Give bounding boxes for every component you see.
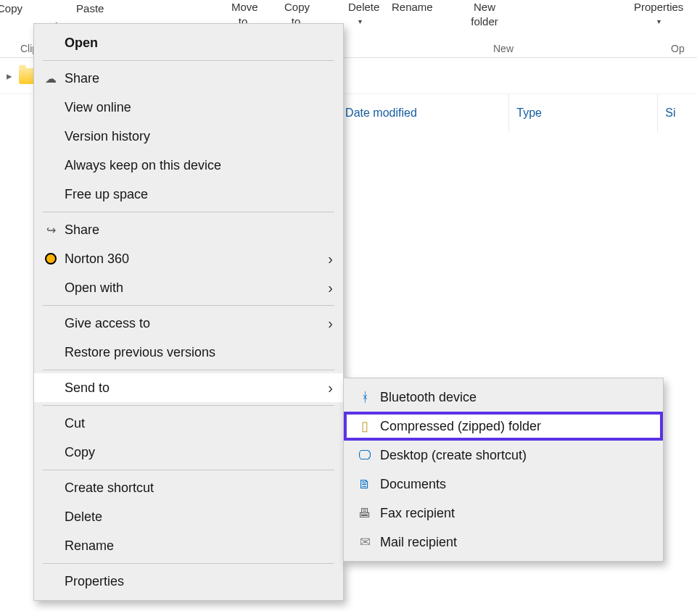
col-date-modified[interactable]: Date modified bbox=[338, 94, 509, 132]
label: Copy bbox=[60, 445, 333, 460]
label: Open with bbox=[60, 280, 328, 296]
separator bbox=[43, 60, 334, 61]
chevron-right-icon: › bbox=[328, 280, 333, 296]
ctx-create-shortcut[interactable]: Create shortcut bbox=[34, 473, 343, 502]
chevron-right-icon: › bbox=[328, 315, 333, 332]
path-back-icon[interactable]: ▸ bbox=[3, 70, 16, 83]
label: Create shortcut bbox=[60, 480, 333, 496]
fax-icon: 🖶 bbox=[354, 506, 376, 521]
ctx-version-history[interactable]: Version history bbox=[34, 122, 343, 151]
ctx-copy[interactable]: Copy bbox=[34, 438, 343, 467]
ctx-share-cloud[interactable]: ☁ Share bbox=[34, 64, 343, 93]
ctx-give-access[interactable]: Give access to › bbox=[34, 309, 343, 338]
label: Delete bbox=[348, 1, 379, 13]
ctx-cut[interactable]: Cut bbox=[34, 409, 343, 438]
group-open-partial: Op bbox=[671, 43, 685, 54]
norton-icon bbox=[41, 253, 60, 265]
separator bbox=[43, 212, 334, 212]
label: Delete bbox=[60, 509, 333, 525]
label: Si bbox=[665, 107, 675, 120]
label: Norton 360 bbox=[60, 251, 328, 267]
ctx-rename[interactable]: Rename bbox=[34, 531, 343, 560]
send-to-submenu: ᚼ Bluetooth device ▯ Compressed (zipped)… bbox=[343, 378, 664, 562]
label: Documents bbox=[376, 477, 653, 492]
group-new-label: New bbox=[493, 43, 514, 54]
label: New folder bbox=[471, 1, 498, 28]
label: Copy bbox=[0, 2, 22, 14]
col-size[interactable]: Si bbox=[658, 94, 697, 132]
ctx-free-space[interactable]: Free up space bbox=[34, 180, 343, 209]
ribbon-copy[interactable]: Copy bbox=[0, 1, 33, 16]
label: Rename bbox=[392, 1, 433, 13]
label: Cut bbox=[60, 416, 333, 431]
bluetooth-icon: ᚼ bbox=[354, 390, 376, 405]
ctx-open[interactable]: Open bbox=[34, 28, 343, 57]
label: Mail recipient bbox=[376, 535, 653, 550]
label: Paste bbox=[76, 2, 104, 14]
ribbon-properties[interactable]: Properties▾ bbox=[624, 0, 693, 29]
submenu-documents[interactable]: 🗎 Documents bbox=[344, 470, 663, 499]
ribbon-new-folder[interactable]: New folder bbox=[460, 0, 509, 29]
label: Version history bbox=[60, 129, 333, 144]
label: Free up space bbox=[60, 187, 333, 202]
ctx-share[interactable]: Share bbox=[34, 215, 343, 244]
separator bbox=[43, 305, 334, 306]
label: Fax recipient bbox=[376, 506, 653, 521]
label: Give access to bbox=[60, 316, 328, 331]
label: Open bbox=[60, 36, 333, 51]
label: Restore previous versions bbox=[60, 345, 333, 360]
chevron-right-icon: › bbox=[328, 251, 333, 267]
ctx-delete[interactable]: Delete bbox=[34, 502, 343, 531]
zip-icon: ▯ bbox=[354, 418, 376, 434]
separator bbox=[43, 563, 334, 564]
separator bbox=[43, 405, 334, 406]
label: Share bbox=[60, 222, 333, 238]
label: Date modified bbox=[345, 107, 417, 120]
label: Always keep on this device bbox=[60, 158, 333, 173]
label: Compressed (zipped) folder bbox=[376, 419, 653, 434]
ctx-norton[interactable]: Norton 360 › bbox=[34, 244, 343, 273]
ctx-send-to[interactable]: Send to › bbox=[34, 373, 343, 402]
mail-icon: ✉ bbox=[354, 534, 376, 550]
separator bbox=[43, 370, 334, 370]
share-icon bbox=[41, 223, 60, 237]
ctx-view-online[interactable]: View online bbox=[34, 93, 343, 122]
col-type[interactable]: Type bbox=[509, 94, 658, 132]
submenu-fax[interactable]: 🖶 Fax recipient bbox=[344, 499, 663, 528]
ribbon-paste[interactable]: Paste bbox=[40, 1, 140, 16]
label: Bluetooth device bbox=[376, 390, 653, 405]
chevron-right-icon: › bbox=[328, 380, 333, 396]
document-icon: 🗎 bbox=[354, 477, 376, 492]
ctx-properties[interactable]: Properties bbox=[34, 567, 343, 596]
label: Desktop (create shortcut) bbox=[376, 448, 653, 463]
ribbon-rename[interactable]: Rename bbox=[382, 0, 443, 14]
label: Type bbox=[516, 107, 542, 120]
context-menu: Open ☁ Share View online Version history… bbox=[33, 23, 344, 601]
label: View online bbox=[60, 100, 333, 115]
submenu-bluetooth[interactable]: ᚼ Bluetooth device bbox=[344, 383, 663, 412]
ribbon-delete[interactable]: Delete▾ bbox=[338, 0, 382, 29]
ctx-open-with[interactable]: Open with › bbox=[34, 273, 343, 302]
ctx-always-keep[interactable]: Always keep on this device bbox=[34, 151, 343, 180]
label: Send to bbox=[60, 380, 328, 396]
label: Properties bbox=[634, 1, 683, 13]
submenu-compressed-zip[interactable]: ▯ Compressed (zipped) folder bbox=[344, 412, 663, 441]
separator bbox=[43, 470, 334, 470]
desktop-icon: 🖵 bbox=[354, 448, 376, 463]
ctx-restore-prev[interactable]: Restore previous versions bbox=[34, 338, 343, 367]
submenu-mail[interactable]: ✉ Mail recipient bbox=[344, 528, 663, 557]
label: Properties bbox=[60, 574, 333, 589]
label: Rename bbox=[60, 538, 333, 554]
submenu-desktop[interactable]: 🖵 Desktop (create shortcut) bbox=[344, 441, 663, 470]
cloud-icon: ☁ bbox=[41, 72, 60, 86]
label: Share bbox=[60, 71, 333, 86]
